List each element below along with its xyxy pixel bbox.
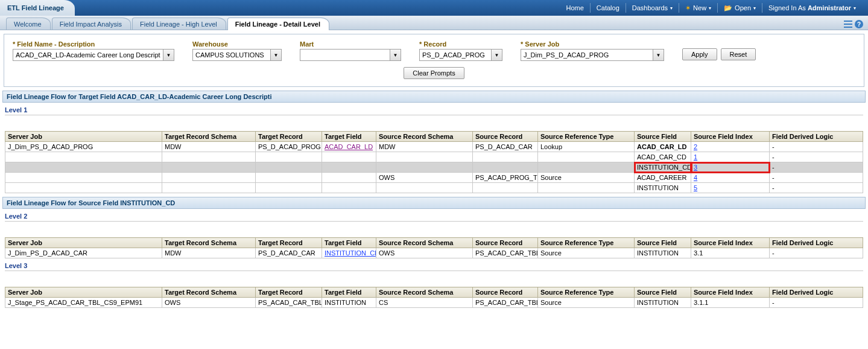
cell: Source (538, 298, 635, 308)
col-header: Target Record Schema (162, 287, 256, 298)
cell: ACAD_CAREER (635, 173, 691, 183)
open-link[interactable]: Open▾ (718, 3, 762, 13)
col-header: Target Field (322, 287, 376, 298)
apply-button[interactable]: Apply (682, 48, 717, 60)
mart-label: Mart (300, 40, 401, 48)
menu-icon[interactable] (844, 21, 852, 28)
col-header: Server Job (5, 238, 162, 248)
cell: PS_ACAD_CAR_TBL (473, 298, 538, 308)
help-icon[interactable]: ? (855, 20, 863, 28)
col-header: Source Field (635, 238, 691, 248)
col-header: Server Job (5, 287, 162, 298)
cell: J_Dim_PS_D_ACAD_CAR (5, 248, 162, 258)
topbar-right: Home Catalog Dashboards▾ New▾ Open▾ Sign… (560, 0, 869, 16)
index-link[interactable]: 5 (694, 184, 697, 191)
cell: - (770, 173, 863, 183)
topbar: ETL Field Lineage Home Catalog Dashboard… (0, 0, 868, 16)
cell: MDW (162, 248, 256, 258)
catalog-link[interactable]: Catalog (591, 3, 626, 13)
col-header: Source Field Index (691, 132, 770, 142)
server-job-dd[interactable]: ▼ (653, 49, 664, 61)
tab-welcome[interactable]: Welcome (6, 18, 51, 30)
dashboards-link[interactable]: Dashboards▾ (626, 3, 679, 13)
table-row: J_Stage_PS_ACAD_CAR_TBL_CS9_EPM91OWSPS_A… (5, 298, 863, 308)
record-label: * Record (419, 40, 502, 48)
table-row: INSTITUTION5- (5, 183, 863, 193)
index-link[interactable]: 4 (694, 174, 697, 181)
cell: PS_ACAD_CAR_TBL (473, 248, 538, 258)
level3-table: Server JobTarget Record SchemaTarget Rec… (5, 287, 863, 308)
col-header: Source Reference Type (538, 287, 635, 298)
cell: 1 (691, 152, 770, 162)
index-link[interactable]: 1 (694, 153, 697, 161)
cell (473, 152, 538, 162)
cell: INSTITUTION_CD (635, 162, 691, 173)
target-field-link[interactable]: INSTITUTION_CD (325, 249, 376, 257)
server-job-input[interactable] (521, 49, 653, 61)
cell: 3.1 (691, 248, 770, 258)
cell: 5 (691, 183, 770, 193)
level3-label: Level 3 (5, 262, 863, 271)
warehouse-input[interactable] (192, 49, 271, 61)
cell: ACAD_CAR_LD (322, 142, 376, 152)
cell: Source (538, 248, 635, 258)
col-header: Source Record (473, 287, 538, 298)
col-header: Field Derived Logic (770, 287, 863, 298)
cell (256, 162, 322, 173)
table-row: INSTITUTION_CD3- (5, 162, 863, 173)
cell: INSTITUTION (322, 298, 376, 308)
field-name-dd[interactable]: ▼ (163, 49, 174, 61)
clear-prompts-button[interactable]: Clear Prompts (404, 67, 464, 79)
cell: MDW (376, 142, 473, 152)
cell: 3.1.1 (691, 298, 770, 308)
tab-lineage-high[interactable]: Field Lineage - High Level (132, 18, 226, 30)
col-header: Target Record (256, 132, 322, 142)
cell (538, 162, 635, 173)
index-link[interactable]: 2 (694, 143, 697, 150)
server-job-label: * Server Job (521, 40, 664, 48)
cell: INSTITUTION (635, 183, 691, 193)
cell (538, 183, 635, 193)
cell: 3 (691, 162, 770, 173)
cell: - (770, 298, 863, 308)
cell: INSTITUTION (635, 298, 691, 308)
table-row: OWSPS_ACAD_PROG_TBLSourceACAD_CAREER4- (5, 173, 863, 183)
col-header: Target Record (256, 287, 322, 298)
col-header: Source Field (635, 287, 691, 298)
target-field-link[interactable]: ACAD_CAR_LD (325, 143, 373, 150)
tab-lineage-detail[interactable]: Field Lineage - Detail Level (227, 18, 329, 30)
col-header: Source Field Index (691, 287, 770, 298)
col-header: Target Record Schema (162, 132, 256, 142)
cell: ACAD_CAR_LD (635, 142, 691, 152)
col-header: Field Derived Logic (770, 238, 863, 248)
level2-label: Level 2 (5, 213, 863, 222)
warehouse-dd[interactable]: ▼ (271, 49, 282, 61)
col-header: Source Record Schema (376, 238, 473, 248)
new-link[interactable]: New▾ (679, 3, 718, 13)
cell (322, 173, 376, 183)
reset-button[interactable]: Reset (721, 48, 756, 60)
col-header: Target Field (322, 132, 376, 142)
record-input[interactable] (419, 49, 492, 61)
level1-label: Level 1 (5, 106, 863, 115)
mart-input[interactable] (300, 49, 390, 61)
cell (376, 162, 473, 173)
col-header: Source Field (635, 132, 691, 142)
level1-table: Server JobTarget Record SchemaTarget Rec… (5, 131, 863, 193)
field-name-input[interactable] (13, 49, 163, 61)
cell: - (770, 162, 863, 173)
table-row: J_Dim_PS_D_ACAD_PROGMDWPS_D_ACAD_PROGACA… (5, 142, 863, 152)
home-link[interactable]: Home (560, 3, 591, 13)
record-dd[interactable]: ▼ (492, 49, 502, 61)
subtabs: Welcome Field Impact Analysis Field Line… (0, 16, 868, 30)
col-header: Source Record (473, 238, 538, 248)
tab-field-impact[interactable]: Field Impact Analysis (52, 18, 131, 30)
mart-dd[interactable]: ▼ (390, 49, 401, 61)
col-header: Source Record Schema (376, 132, 473, 142)
field-name-label: * Field Name - Description (13, 40, 174, 48)
signed-in-label[interactable]: Signed In As Administrator▾ (762, 3, 862, 13)
cell: OWS (162, 298, 256, 308)
index-link[interactable]: 3 (694, 164, 697, 171)
cell (322, 183, 376, 193)
col-header: Source Reference Type (538, 132, 635, 142)
